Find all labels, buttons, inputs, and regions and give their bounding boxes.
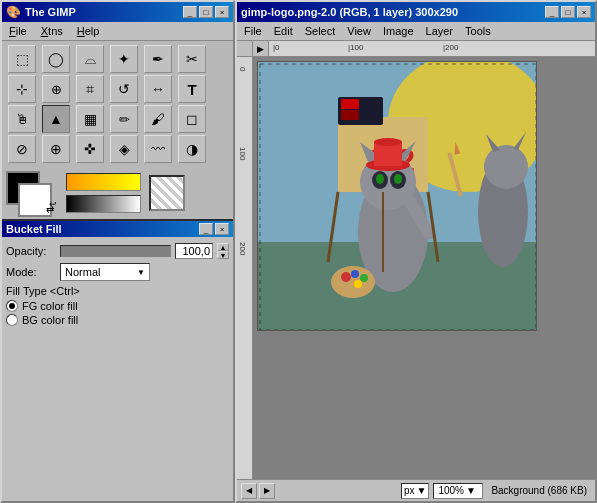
bg-fill-radio[interactable]	[6, 314, 18, 326]
pencil-tool[interactable]: ✏	[110, 105, 138, 133]
options-minimize[interactable]: _	[199, 223, 213, 235]
vertical-ruler: 0 100 200	[237, 57, 253, 479]
image-title: gimp-logo.png-2.0 (RGB, 1 layer) 300x290	[241, 6, 458, 18]
scissors-tool[interactable]: ✂	[178, 45, 206, 73]
fg-bg-colors: ↩ ⇄	[6, 171, 58, 215]
swap-colors-button[interactable]: ⇄	[46, 204, 54, 215]
svg-point-18	[374, 138, 402, 146]
toolbox-window-controls: _ □ ×	[183, 6, 229, 18]
dodge-burn-tool[interactable]: ◑	[178, 135, 206, 163]
clone-tool[interactable]: ⊕	[42, 135, 70, 163]
toolbox-titlebar: 🎨 The GIMP _ □ ×	[2, 2, 233, 22]
img-image-menu[interactable]: Image	[380, 24, 417, 38]
opacity-down[interactable]: ▼	[217, 251, 229, 259]
rect-select-tool[interactable]: ⬚	[8, 45, 36, 73]
gradient-preview[interactable]	[66, 173, 141, 191]
v-ruler-canvas-area: 0 100 200 2.2	[237, 57, 595, 479]
nav-left-button[interactable]: ◀	[241, 483, 257, 499]
fg-fill-radio[interactable]	[6, 300, 18, 312]
unit-label: px	[404, 485, 415, 496]
magnify-tool[interactable]: ⊕	[42, 75, 70, 103]
toolbox-title: The GIMP	[25, 6, 76, 18]
img-layer-menu[interactable]: Layer	[423, 24, 457, 38]
img-select-menu[interactable]: Select	[302, 24, 339, 38]
img-close[interactable]: ×	[577, 6, 591, 18]
bezier-select-tool[interactable]: ✒	[144, 45, 172, 73]
text-tool[interactable]: T	[178, 75, 206, 103]
color-picker-tool[interactable]: 🖱	[8, 105, 36, 133]
maximize-button[interactable]: □	[199, 6, 213, 18]
svg-point-14	[376, 174, 384, 184]
unit-arrow-icon: ▼	[416, 485, 426, 496]
airbrush-tool[interactable]: ⊘	[8, 135, 36, 163]
opacity-slider[interactable]	[60, 245, 171, 257]
img-maximize[interactable]: □	[561, 6, 575, 18]
move-tool[interactable]: ⊹	[8, 75, 36, 103]
options-close[interactable]: ×	[215, 223, 229, 235]
ruler-mark-0: |0	[273, 43, 280, 52]
ruler-row: ▶ |0 |100 |200	[237, 41, 595, 57]
opacity-label: Opacity:	[6, 245, 56, 257]
img-file-menu[interactable]: File	[241, 24, 265, 38]
convolve-tool[interactable]: ◈	[110, 135, 138, 163]
ruler-mark-200: |200	[443, 43, 458, 52]
svg-point-28	[484, 145, 528, 189]
file-menu[interactable]: File	[6, 24, 30, 38]
svg-rect-7	[341, 110, 359, 120]
mode-value: Normal	[65, 266, 100, 278]
ruler-mark-100: |100	[348, 43, 363, 52]
unit-selector[interactable]: px ▼	[401, 483, 429, 499]
mode-row: Mode: Normal ▼	[6, 263, 229, 281]
img-minimize[interactable]: _	[545, 6, 559, 18]
heal-tool[interactable]: ✜	[76, 135, 104, 163]
canvas-area[interactable]: 2.2	[253, 57, 595, 479]
mode-label: Mode:	[6, 266, 56, 278]
gimp-icon: 🎨	[6, 5, 21, 19]
image-statusbar: ◀ ▶ px ▼ 100% ▼ Background (686 KB)	[237, 479, 595, 501]
image-window-controls: _ □ ×	[545, 6, 591, 18]
bg-fill-label: BG color fill	[22, 314, 78, 326]
crop-tool[interactable]: ⌗	[76, 75, 104, 103]
background-info: Background (686 KB)	[487, 485, 591, 496]
eraser-tool[interactable]: ◻	[178, 105, 206, 133]
opacity-up[interactable]: ▲	[217, 243, 229, 251]
fuzzy-select-tool[interactable]: ✦	[110, 45, 138, 73]
fg-fill-option[interactable]: FG color fill	[6, 300, 229, 312]
svg-point-24	[351, 270, 359, 278]
img-tools-menu[interactable]: Tools	[462, 24, 494, 38]
pattern-preview[interactable]	[149, 175, 185, 211]
free-select-tool[interactable]: ⌓	[76, 45, 104, 73]
options-title: Bucket Fill	[6, 223, 62, 235]
help-menu[interactable]: Help	[74, 24, 103, 38]
bg-fill-option[interactable]: BG color fill	[6, 314, 229, 326]
zoom-selector[interactable]: 100% ▼	[433, 483, 483, 499]
smudge-tool[interactable]: 〰	[144, 135, 172, 163]
image-menubar: File Edit Select View Image Layer Tools	[237, 22, 595, 41]
img-edit-menu[interactable]: Edit	[271, 24, 296, 38]
transform-tool[interactable]: ↺	[110, 75, 138, 103]
img-view-menu[interactable]: View	[344, 24, 374, 38]
tool-options-titlebar: Bucket Fill _ ×	[2, 221, 233, 237]
bucket-fill-tool[interactable]: ▲	[42, 105, 70, 133]
tool-options-panel: Bucket Fill _ × Opacity: 100,0 ▲ ▼ Mode:…	[2, 219, 233, 501]
close-button[interactable]: ×	[215, 6, 229, 18]
ruler-corner	[237, 41, 253, 57]
mode-dropdown[interactable]: Normal ▼	[60, 263, 150, 281]
nav-right-button[interactable]: ▶	[259, 483, 275, 499]
minimize-button[interactable]: _	[183, 6, 197, 18]
zoom-arrow-icon: ▼	[466, 485, 476, 496]
blend-tool[interactable]: ▦	[76, 105, 104, 133]
svg-point-26	[354, 280, 362, 288]
image-titlebar: gimp-logo.png-2.0 (RGB, 1 layer) 300x290…	[237, 2, 595, 22]
colors-section: ↩ ⇄	[2, 167, 233, 219]
ellipse-select-tool[interactable]: ◯	[42, 45, 70, 73]
flip-tool[interactable]: ↔	[144, 75, 172, 103]
zoom-label: 100%	[438, 485, 464, 496]
svg-point-15	[394, 174, 402, 184]
v-ruler-mark-0: 0	[238, 67, 247, 71]
tools-grid: ⬚ ◯ ⌓ ✦ ✒ ✂ ⊹ ⊕ ⌗ ↺ ↔ T 🖱 ▲ ▦ ✏ 🖌 ◻ ⊘ ⊕ …	[2, 41, 233, 167]
opacity-value[interactable]: 100,0	[175, 243, 213, 259]
xtns-menu[interactable]: Xtns	[38, 24, 66, 38]
paintbrush-tool[interactable]: 🖌	[144, 105, 172, 133]
ruler-nav-button[interactable]: ▶	[253, 41, 269, 57]
